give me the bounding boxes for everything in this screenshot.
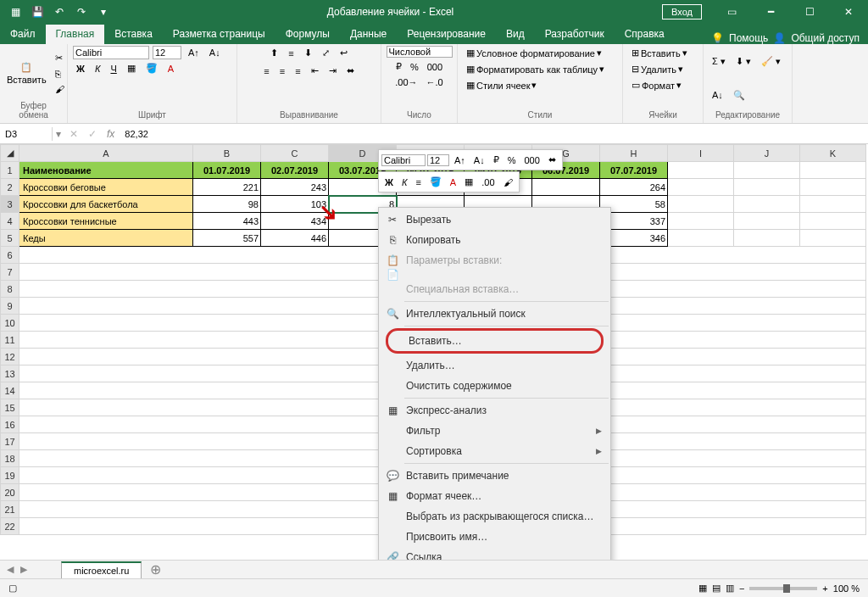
view-normal-icon[interactable]: ▦ (698, 583, 707, 594)
save-icon[interactable]: 💾 (27, 2, 47, 22)
menu-insert-comment[interactable]: 💬Вставить примечание (381, 466, 609, 486)
cell[interactable] (800, 230, 866, 247)
align-top-icon[interactable]: ⬆ (267, 46, 281, 60)
name-box[interactable]: D3 (0, 127, 53, 141)
menu-filter[interactable]: Фильтр▶ (381, 421, 609, 441)
cell[interactable] (668, 162, 734, 179)
row-header[interactable]: 3 (1, 196, 19, 213)
cell[interactable]: 443 (193, 213, 261, 230)
mini-decimal-icon[interactable]: .00 (478, 176, 498, 189)
cell[interactable]: Кроссовки для баскетбола (19, 196, 193, 213)
tab-review[interactable]: Рецензирование (397, 25, 496, 44)
tab-view[interactable]: Вид (496, 25, 535, 44)
row-header[interactable]: 21 (1, 501, 19, 518)
mini-font-size[interactable] (427, 154, 449, 166)
increase-decimal-icon[interactable]: .00→ (392, 75, 420, 89)
cell[interactable] (668, 213, 734, 230)
find-icon[interactable]: 🔍 (730, 88, 748, 103)
col-header[interactable]: B (193, 145, 261, 162)
row-header[interactable]: 4 (1, 213, 19, 230)
tab-file[interactable]: Файл (0, 25, 46, 44)
comma-icon[interactable]: 000 (424, 59, 446, 74)
sheet-nav-prev-icon[interactable]: ◀ (0, 564, 20, 575)
menu-quick-analysis[interactable]: ▦Экспресс-анализ (381, 400, 609, 421)
qat-customize-icon[interactable]: ▾ (93, 2, 114, 22)
underline-icon[interactable]: Ч (107, 61, 120, 75)
copy-icon[interactable]: ⎘ (52, 67, 68, 81)
font-name-select[interactable] (73, 46, 149, 59)
font-size-select[interactable] (153, 46, 181, 59)
col-header[interactable]: C (261, 145, 329, 162)
row-header[interactable]: 7 (1, 264, 19, 281)
tab-help[interactable]: Справка (615, 25, 675, 44)
row-header[interactable]: 20 (1, 484, 19, 501)
select-all-corner[interactable]: ◢ (1, 145, 19, 162)
undo-icon[interactable]: ↶ (49, 2, 70, 22)
tab-layout[interactable]: Разметка страницы (163, 25, 275, 44)
formula-bar[interactable]: 82,32 (120, 127, 868, 141)
wrap-text-icon[interactable]: ↩ (337, 46, 351, 60)
menu-define-name[interactable]: Присвоить имя… (381, 527, 609, 547)
cells-format-button[interactable]: ▭ Формат ▾ (628, 78, 685, 92)
zoom-slider[interactable] (749, 587, 817, 590)
menu-format-cells[interactable]: ▦Формат ячеек… (381, 486, 609, 506)
mini-bold-icon[interactable]: Ж (381, 176, 397, 189)
italic-icon[interactable]: К (92, 61, 103, 75)
mini-percent-icon[interactable]: % (504, 153, 520, 167)
increase-indent-icon[interactable]: ⇥ (326, 64, 340, 78)
row-header[interactable]: 8 (1, 281, 19, 298)
cell[interactable]: 01.07.2019 (193, 162, 261, 179)
row-header[interactable]: 18 (1, 450, 19, 467)
zoom-level[interactable]: 100 % (833, 583, 860, 594)
view-page-break-icon[interactable]: ▥ (726, 583, 734, 594)
cell[interactable]: 434 (261, 213, 329, 230)
col-header[interactable]: K (800, 145, 866, 162)
view-page-layout-icon[interactable]: ▤ (712, 583, 721, 594)
login-button[interactable]: Вход (662, 4, 702, 20)
cell[interactable]: 446 (261, 230, 329, 247)
cut-icon[interactable]: ✂ (52, 51, 68, 65)
col-header[interactable]: H (600, 145, 668, 162)
decrease-font-icon[interactable]: A↓ (206, 46, 224, 59)
mini-font-name[interactable] (381, 154, 426, 166)
redo-icon[interactable]: ↷ (71, 2, 92, 22)
cell[interactable]: 557 (193, 230, 261, 247)
mini-increase-font-icon[interactable]: A↑ (451, 153, 469, 167)
row-header[interactable]: 12 (1, 349, 19, 365)
sheet-tab[interactable]: microexcel.ru (61, 561, 142, 578)
row-header[interactable]: 5 (1, 230, 19, 247)
menu-smart-lookup[interactable]: 🔍Интеллектуальный поиск (381, 304, 609, 324)
cell[interactable]: 221 (193, 179, 261, 196)
cell[interactable] (800, 179, 866, 196)
cell[interactable]: 98 (193, 196, 261, 213)
cell[interactable]: 07.07.2019 (600, 162, 668, 179)
decrease-indent-icon[interactable]: ⇤ (308, 64, 322, 78)
menu-copy[interactable]: ⎘Копировать (381, 230, 609, 250)
format-as-table-button[interactable]: ▦ Форматировать как таблицу ▾ (463, 62, 608, 76)
cell[interactable] (734, 230, 800, 247)
tab-formulas[interactable]: Формулы (275, 25, 340, 44)
decrease-decimal-icon[interactable]: ←.0 (423, 75, 447, 89)
cell[interactable]: Кроссовки беговые (19, 179, 193, 196)
mini-comma-icon[interactable]: 000 (520, 153, 542, 167)
mini-align-icon[interactable]: ≡ (412, 176, 424, 189)
cells-insert-button[interactable]: ⊞ Вставить ▾ (628, 46, 691, 60)
tab-home[interactable]: Главная (46, 25, 105, 44)
number-format-select[interactable] (387, 46, 453, 58)
row-header[interactable]: 6 (1, 247, 19, 264)
row-header[interactable]: 15 (1, 399, 19, 416)
zoom-out-icon[interactable]: − (739, 583, 744, 594)
zoom-in-icon[interactable]: + (822, 583, 827, 594)
percent-icon[interactable]: % (407, 59, 422, 74)
cell[interactable] (800, 162, 866, 179)
tab-developer[interactable]: Разработчик (535, 25, 615, 44)
tellme-label[interactable]: Помощь (729, 32, 768, 44)
paste-button[interactable]: 📋 Вставить (5, 60, 48, 86)
row-header[interactable]: 14 (1, 382, 19, 399)
mini-font-color-icon[interactable]: A (447, 176, 459, 189)
cell[interactable] (668, 196, 734, 213)
menu-insert[interactable]: Вставить… (386, 328, 604, 354)
menu-clear-contents[interactable]: Очистить содержимое (381, 376, 609, 396)
cell[interactable]: 243 (261, 179, 329, 196)
cell[interactable]: 264 (600, 179, 668, 196)
